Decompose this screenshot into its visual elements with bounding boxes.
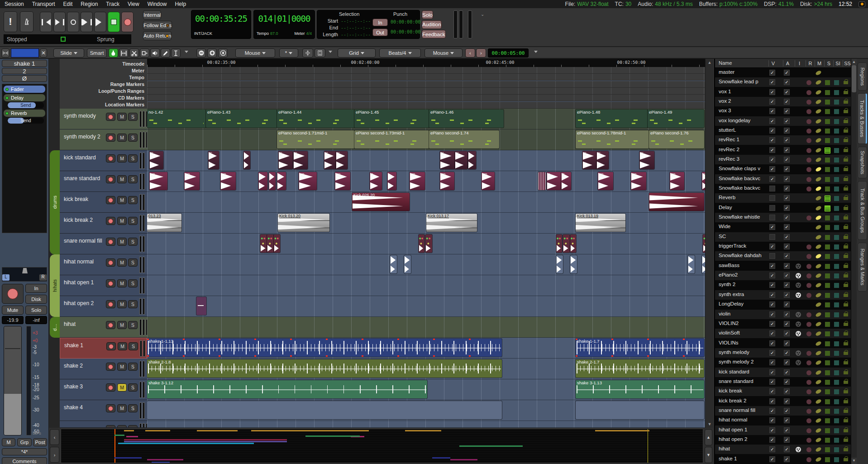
region-ePiano-1-49[interactable]: ePiano-1.49 [648, 110, 704, 128]
solo-isolate-icon[interactable] [834, 418, 839, 423]
active-checkbox[interactable]: ✓ [784, 417, 790, 423]
track-list-row-violinSoft[interactable]: violinSoft✓✓ [715, 329, 851, 338]
visible-checkbox[interactable]: ✓ [769, 437, 775, 443]
solo-icon[interactable] [825, 302, 830, 307]
solo-safe-lock-icon[interactable] [844, 313, 848, 316]
solo-icon[interactable] [825, 312, 830, 317]
region-ePiano-1-43[interactable]: ePiano-1.43 [206, 110, 277, 128]
region[interactable] [702, 255, 705, 273]
solo-isolate-icon[interactable] [834, 100, 839, 105]
region[interactable] [570, 255, 577, 273]
visible-checkbox[interactable] [769, 195, 775, 201]
track-list-row-Delay[interactable]: Delay✓ [715, 203, 851, 213]
track-solo-button[interactable]: S [128, 383, 138, 392]
track-record-button[interactable] [106, 279, 115, 287]
solo-safe-lock-icon[interactable] [844, 381, 848, 384]
track-mute-button[interactable]: M [117, 196, 127, 204]
track-list-row-vox-3[interactable]: vox 3✓✓ [715, 106, 851, 116]
punch-out-button[interactable]: Out [372, 29, 388, 36]
record-enable-icon[interactable] [806, 312, 811, 317]
column-header-i[interactable]: I [795, 60, 804, 67]
track-name[interactable]: synth melody [64, 113, 96, 119]
region-sn[interactable]: sn [598, 172, 613, 190]
track-list-name[interactable]: SC [719, 234, 768, 239]
solo-isolate-icon[interactable] [834, 254, 839, 259]
active-checkbox[interactable]: ✓ [784, 89, 790, 95]
region[interactable] [147, 401, 502, 419]
visible-checkbox[interactable]: ✓ [769, 282, 775, 288]
track-list-row-shake-1[interactable]: shake 1✓✓ [715, 454, 851, 464]
tab-tracks-busses[interactable]: Tracks & Busses [858, 93, 867, 144]
solo-isolate-icon[interactable] [834, 341, 839, 346]
track-solo-button[interactable]: S [128, 217, 138, 225]
track-list-row-Snowflake-lead-p[interactable]: Snowflake lead p✓✓ [715, 77, 851, 87]
summary-zoom-down-button[interactable]: ▼ [705, 447, 712, 463]
visible-checkbox[interactable]: ✓ [769, 273, 775, 278]
grid-type-dropdown[interactable]: Beats/4 [379, 48, 421, 57]
track-list-name[interactable]: vox longdelay [719, 118, 768, 123]
solo-safe-lock-icon[interactable] [844, 265, 848, 268]
solo-icon[interactable] [825, 177, 830, 182]
toggle-follow-edits[interactable]: Follow Edits [143, 21, 172, 30]
summary-zoom-up-button[interactable]: ▲ [705, 429, 712, 445]
zoom-in-button[interactable] [207, 48, 217, 57]
region-Kick-013-17[interactable]: Kick 013.17 [426, 214, 477, 232]
active-checkbox[interactable]: ✓ [784, 340, 790, 346]
active-checkbox[interactable]: ✓ [784, 215, 790, 220]
track-header-synth-melody[interactable]: synth melodyMS [60, 109, 147, 129]
region-ePiano-1-48[interactable]: ePiano-1.48 [576, 110, 648, 128]
monitor-disk-button[interactable]: Disk [25, 295, 47, 304]
solo-safe-lock-icon[interactable] [844, 158, 848, 162]
active-checkbox[interactable]: ✓ [784, 369, 790, 375]
region-sn[interactable]: sn [220, 172, 236, 190]
track-lane-snare-standard[interactable]: snsnsnsnsnssnsnsnsssnsnsnsn [147, 171, 705, 192]
tool-audition-button[interactable] [150, 48, 160, 57]
track-list-name[interactable]: kick break 2 [719, 398, 768, 403]
solo-isolate-icon[interactable] [834, 215, 839, 220]
region-sn[interactable]: sn [702, 172, 705, 190]
solo-isolate-icon[interactable] [834, 457, 839, 462]
solo-icon[interactable] [825, 360, 830, 365]
region[interactable] [556, 255, 563, 273]
solo-icon[interactable] [825, 341, 830, 346]
track-list-row-stutterL[interactable]: stutterL✓✓ [715, 126, 851, 135]
solo-isolate-icon[interactable] [834, 331, 839, 336]
solo-isolate-icon[interactable] [834, 244, 839, 249]
region[interactable] [649, 193, 704, 211]
track-mute-button[interactable]: M [117, 238, 127, 246]
region-ePiano-second-1-73mid-1[interactable]: ePiano second-1.73mid-1 [354, 130, 429, 148]
track-solo-button[interactable]: S [128, 238, 138, 246]
gain-fader[interactable] [4, 326, 22, 435]
active-checkbox[interactable]: ✓ [784, 408, 790, 414]
track-list-row-VIOLIN2[interactable]: VIOLIN2✓✓ [715, 319, 851, 329]
mute-icon[interactable] [815, 109, 822, 115]
track-lane-hihat-normal[interactable] [147, 254, 705, 275]
region-sn[interactable]: sn [631, 172, 646, 190]
processor-send[interactable]: Send [8, 102, 44, 108]
tool-cut-button[interactable] [129, 48, 139, 57]
track-header-kick-standard[interactable]: kick standardMS [60, 150, 147, 171]
record-enable-icon[interactable] [806, 80, 811, 85]
track-header-snare-normal-fill[interactable]: snare normal fillMS [60, 234, 147, 254]
visible-checkbox[interactable]: ✓ [769, 263, 775, 269]
solo-isolate-icon[interactable] [834, 351, 839, 356]
track-header-snare-standard[interactable]: snare standardMS [60, 171, 147, 192]
visible-checkbox[interactable]: ✓ [769, 301, 775, 307]
menu-transport[interactable]: Transport [32, 1, 55, 7]
solo-safe-lock-icon[interactable] [844, 294, 848, 297]
track-name[interactable]: hihat normal [64, 258, 94, 265]
visible-checkbox[interactable]: ✓ [769, 176, 775, 182]
processor-led-icon[interactable] [5, 88, 9, 91]
visible-checkbox[interactable]: ✓ [769, 350, 775, 356]
record-enable-icon[interactable] [806, 409, 811, 414]
track-lane-hihat[interactable] [147, 317, 705, 338]
track-solo-button[interactable]: S [128, 175, 138, 183]
track-solo-button[interactable]: S [128, 196, 138, 204]
solo-isolate-icon[interactable] [834, 293, 839, 298]
active-checkbox[interactable]: ✓ [784, 311, 790, 317]
region[interactable] [576, 401, 704, 419]
mute-icon[interactable] [815, 437, 822, 443]
region-K[interactable]: K [293, 151, 308, 169]
track-name[interactable]: hihat [64, 321, 76, 327]
track-list-name[interactable]: kick break [719, 388, 768, 393]
